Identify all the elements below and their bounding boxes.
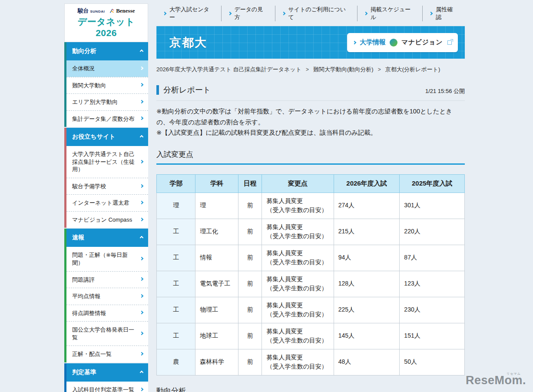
- chevron-right-icon: [140, 83, 143, 86]
- sidebar-item-label: 得点調整情報: [72, 310, 106, 316]
- top-nav-item-label: 大学入試センター: [169, 6, 214, 21]
- top-nav-item-label: 属性確認: [436, 6, 458, 21]
- cell-faculty: 農: [157, 349, 195, 375]
- sidebar-item[interactable]: 入試科目付判定基準一覧: [66, 382, 148, 392]
- sidebar-item-label: 大学入学共通テスト自己採点集計サービス（生徒用）: [72, 151, 135, 173]
- report-header: 分析レポート 1/21 15:56 公開: [156, 85, 465, 101]
- benesse-logo-text: Benesse: [116, 7, 135, 14]
- sidebar-item-label: 難関大学動向: [72, 82, 106, 89]
- site-logo[interactable]: 駿台 SUNDAI Benesse データネット2026: [64, 3, 148, 42]
- cell-2026: 94人: [334, 245, 400, 271]
- table-row: 工 地球工 前 募集人員変更 （受入学生数の目安） 145人 151人: [157, 323, 465, 349]
- cell-schedule: 前: [238, 219, 262, 245]
- report-note: ※動向分析の文中の数字は「対前年指数」で、データネットにおける前年度の志望者数を…: [156, 106, 465, 127]
- cell-change-note: （受入学生数の目安）: [266, 258, 329, 267]
- top-nav: 大学入試センター データの見方 サイトのご利用について 掲載スケジュール: [156, 8, 465, 19]
- sundai-logo-text: SUNDAI: [90, 10, 105, 13]
- sidebar-item[interactable]: エリア別大学動向: [66, 93, 148, 110]
- cell-2025: 301人: [400, 193, 465, 219]
- sidebar-item[interactable]: 得点調整情報: [66, 305, 148, 322]
- chevron-right-icon: [140, 184, 143, 187]
- sidebar-section-header[interactable]: 速報: [66, 229, 148, 247]
- sidebar-item[interactable]: インターネット選太君: [66, 194, 148, 211]
- sidebar-section-items: 全体概況 難関大学動向 エリア別大学動向: [66, 60, 148, 127]
- cell-2026: 48人: [334, 349, 400, 375]
- breadcrumb-item[interactable]: 難関大学動向(動向分析): [301, 66, 374, 73]
- cell-schedule: 前: [238, 193, 262, 219]
- cell-2025: 151人: [400, 323, 465, 349]
- top-nav-item-label: サイトのご利用について: [288, 6, 351, 21]
- university-info-button[interactable]: 大学情報 マナビジョン: [347, 33, 458, 52]
- cell-2026: 128人: [334, 271, 400, 297]
- sidebar-section-header[interactable]: お役立ちサイト: [66, 128, 148, 146]
- cell-dept: 電気電子工: [195, 271, 238, 297]
- col-header-schedule: 日程: [238, 174, 262, 193]
- report-notes: ※動向分析の文中の数字は「対前年指数」で、データネットにおける前年度の志望者数を…: [156, 106, 465, 138]
- top-nav-item[interactable]: サイトのご利用について: [275, 6, 358, 21]
- top-nav-item-label: 掲載スケジュール: [371, 6, 415, 21]
- sidebar-item[interactable]: 難関大学動向: [66, 77, 148, 94]
- sidebar-item[interactable]: 集計データ集／度数分布: [66, 110, 148, 127]
- sidebar-item[interactable]: 問題・正解（※毎日新聞）: [66, 247, 148, 271]
- top-nav-item[interactable]: 属性確認: [422, 6, 465, 21]
- chevron-right-icon: [140, 159, 143, 163]
- cell-change-note: （受入学生数の目安）: [266, 336, 329, 345]
- sidebar-item[interactable]: 平均点情報: [66, 288, 148, 305]
- cell-dept: 情報: [195, 245, 238, 271]
- sidebar-section-header[interactable]: 動向分析: [66, 42, 148, 60]
- cell-faculty: 工: [157, 323, 195, 349]
- sidebar-section-items: 問題・正解（※毎日新聞） 問題講評 平均点情報: [66, 247, 148, 362]
- cell-faculty: 工: [157, 219, 195, 245]
- chevron-up-icon: [140, 50, 143, 53]
- chevron-right-icon: [140, 277, 143, 281]
- sidebar-section-title: 判定基準: [72, 369, 96, 376]
- top-nav-item[interactable]: データの見方: [221, 6, 275, 21]
- table-row: 工 物理工 前 募集人員変更 （受入学生数の目安） 225人 230人: [157, 297, 465, 323]
- cell-change-note: （受入学生数の目安）: [266, 232, 329, 241]
- chevron-right-icon: [140, 332, 143, 335]
- cell-2026: 225人: [334, 297, 400, 323]
- breadcrumb-item[interactable]: 京都大(分析レポート): [374, 66, 440, 73]
- sidebar-item[interactable]: マナビジョン Compass: [66, 211, 148, 228]
- cell-change-title: 募集人員変更: [266, 354, 303, 361]
- sidebar-item[interactable]: 駿台予備学校: [66, 178, 148, 195]
- cell-change-note: （受入学生数の目安）: [266, 310, 329, 319]
- cell-change-note: （受入学生数の目安）: [266, 206, 329, 215]
- table-row: 農 森林科学 前 募集人員変更 （受入学生数の目安） 48人 50人: [157, 349, 465, 375]
- cell-2026: 215人: [334, 219, 400, 245]
- chevron-right-icon: [140, 201, 143, 204]
- sidebar-item-label: 駿台予備学校: [72, 183, 106, 189]
- table-row: 工 情報 前 募集人員変更 （受入学生数の目安） 94人 87人: [157, 245, 465, 271]
- cell-dept: 物理工: [195, 297, 238, 323]
- chevron-right-icon: [140, 100, 143, 103]
- sidebar-section-header[interactable]: 判定基準: [66, 363, 148, 382]
- sidebar-item[interactable]: 正解・配点一覧: [66, 345, 148, 362]
- sidebar-item-label: 問題・正解（※毎日新聞）: [72, 252, 128, 266]
- breadcrumb-item[interactable]: 2026年度大学入学共通テスト 自己採点集計データネット: [156, 66, 301, 73]
- sidebar-section: 動向分析 全体概況 難関大学動向: [64, 42, 148, 127]
- sidebar-item[interactable]: 大学入学共通テスト自己採点集計サービス（生徒用）: [66, 146, 148, 178]
- sidebar-item[interactable]: 問題講評: [66, 271, 148, 288]
- university-info-label: 大学情報: [360, 38, 386, 47]
- sidebar-item-label: 問題講評: [72, 276, 95, 283]
- sidebar-item-label: 平均点情報: [72, 293, 100, 299]
- sidebar-item[interactable]: 国公立大学合格発表日一覧: [66, 321, 148, 345]
- page: 駿台 SUNDAI Benesse データネット2026 動向分析: [0, 0, 533, 392]
- sidebar-item-label: 入試科目付判定基準一覧: [72, 386, 134, 392]
- cell-schedule: 前: [238, 297, 262, 323]
- chevron-right-icon: [281, 12, 285, 15]
- top-nav-item[interactable]: 大学入試センター: [156, 6, 221, 21]
- sidebar-item[interactable]: 全体概況: [66, 60, 148, 77]
- sidebar-item-label: 国公立大学合格発表日一覧: [72, 326, 134, 341]
- cell-2025: 230人: [400, 297, 465, 323]
- cell-dept: 理: [195, 193, 238, 219]
- sidebar-item-label: 全体概況: [72, 65, 95, 72]
- cell-schedule: 前: [238, 245, 262, 271]
- cell-2025: 220人: [400, 219, 465, 245]
- chevron-right-icon: [140, 294, 143, 298]
- top-nav-item[interactable]: 掲載スケジュール: [357, 6, 422, 21]
- cell-schedule: 前: [238, 271, 262, 297]
- cell-faculty: 工: [157, 297, 195, 323]
- sidebar-item-label: 正解・配点一覧: [72, 351, 112, 357]
- cell-change-title: 募集人員変更: [266, 302, 303, 309]
